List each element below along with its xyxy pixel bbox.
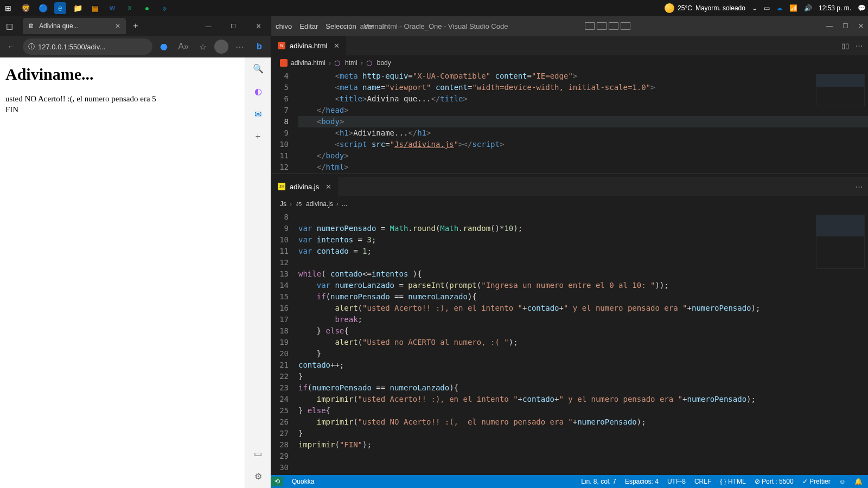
word-icon[interactable]: W: [106, 2, 118, 14]
chrome-icon[interactable]: 🔵: [37, 2, 49, 14]
browser-titlebar: ▥ 🗎 Adivina que... ✕ + — ☐ ✕: [0, 16, 271, 36]
indent-status[interactable]: Espacios: 4: [625, 478, 659, 485]
menu-icon[interactable]: ⋯: [232, 38, 248, 55]
editor-tab-html[interactable]: 5 adivina.html ✕: [271, 36, 347, 55]
taskbar-tray: 25°C Mayorm. soleado ⌄ ▭ ☁ 📶 🔊 12:53 p. …: [665, 3, 866, 13]
explorer-icon[interactable]: 📁: [72, 2, 84, 14]
panel-icon[interactable]: ▭: [252, 447, 265, 460]
start-icon[interactable]: ⊞: [2, 2, 14, 14]
weather-desc: Mayorm. soleado: [695, 4, 745, 12]
bell-icon[interactable]: 🔔: [854, 478, 863, 485]
encoding-status[interactable]: UTF-8: [667, 478, 686, 485]
clock[interactable]: 12:53 p. m.: [819, 4, 851, 12]
editor-tabbar-2: JS adivina.js ✕ ⋯: [271, 177, 868, 196]
page-text-1: usted NO Acerto!! :(, el numero pensado …: [5, 93, 239, 104]
wifi-icon[interactable]: 📶: [789, 4, 797, 12]
spotify-icon[interactable]: ●: [141, 2, 153, 14]
minimize-button[interactable]: —: [826, 22, 833, 30]
url-input[interactable]: ⓘ 127.0.0.1:5500/adiv...: [23, 38, 152, 55]
vertical-tabs-icon[interactable]: ▥: [0, 18, 18, 34]
close-icon[interactable]: ✕: [115, 22, 120, 30]
page-heading: Adiviname...: [5, 65, 239, 84]
back-button[interactable]: ←: [3, 38, 20, 55]
breadcrumb-1[interactable]: adivina.html › ⬡ html › ⬡ body: [271, 55, 868, 70]
edge-browser-window: ▥ 🗎 Adivina que... ✕ + — ☐ ✕ ← ⓘ 127.0.0…: [0, 16, 271, 488]
outlook-icon[interactable]: ✉: [252, 107, 265, 120]
weather-widget[interactable]: 25°C Mayorm. soleado: [665, 3, 745, 13]
close-icon[interactable]: ✕: [326, 183, 331, 191]
page-text-2: FIN: [5, 104, 239, 115]
bing-icon[interactable]: b: [251, 38, 267, 55]
liveserver-status[interactable]: ⊘ Port : 5500: [755, 478, 794, 485]
menu-item[interactable]: Editar: [299, 22, 318, 30]
plus-icon[interactable]: +: [252, 130, 265, 143]
js-icon: JS: [278, 183, 285, 190]
tab-title: Adivina que...: [39, 22, 79, 30]
page-content: Adiviname... usted NO Acerto!! :(, el nu…: [0, 57, 245, 488]
sublime-icon[interactable]: ▤: [89, 2, 101, 14]
element-icon: ⬡: [334, 59, 342, 67]
notifications-icon[interactable]: 💬: [858, 4, 866, 12]
split-icon[interactable]: ▯▯: [841, 42, 849, 50]
maximize-button[interactable]: ☐: [843, 22, 848, 30]
maximize-button[interactable]: ☐: [221, 16, 246, 36]
sun-icon: [665, 3, 674, 13]
vscode-icon[interactable]: ⟐: [158, 2, 170, 14]
editor-tabbar-1: 5 adivina.html ✕ ▯▯ ⋯: [271, 36, 868, 55]
quokka-status[interactable]: Quokka: [292, 478, 314, 485]
more-icon[interactable]: ⋯: [856, 183, 863, 191]
prettier-status[interactable]: ✓ Prettier: [802, 478, 831, 485]
feedback-icon[interactable]: ☺: [839, 478, 846, 485]
new-tab-button[interactable]: +: [128, 18, 143, 34]
close-button[interactable]: ✕: [246, 16, 271, 36]
minimize-button[interactable]: —: [196, 16, 221, 36]
weather-temp: 25°C: [678, 4, 692, 12]
browser-tab[interactable]: 🗎 Adivina que... ✕: [23, 18, 126, 34]
minimap[interactable]: [816, 215, 865, 269]
close-icon[interactable]: ✕: [334, 42, 340, 50]
chevron-icon[interactable]: ⌄: [752, 4, 757, 12]
profile-avatar[interactable]: [214, 40, 228, 54]
tab-label: adivina.js: [290, 183, 319, 191]
more-icon[interactable]: ⋯: [856, 42, 863, 50]
info-icon: ⓘ: [28, 42, 35, 52]
read-aloud-icon[interactable]: A»: [175, 38, 192, 55]
close-button[interactable]: ✕: [858, 22, 864, 30]
menu-item[interactable]: Selección: [326, 22, 356, 30]
layout-icons[interactable]: [585, 22, 630, 30]
menu-item[interactable]: chivo: [276, 22, 292, 30]
page-icon: 🗎: [28, 22, 35, 30]
address-bar: ← ⓘ 127.0.0.1:5500/adiv... ⬣ A» ☆ ⋯ b: [0, 36, 271, 57]
vscode-title: adivina.html - Oracle_One - Visual Studi…: [360, 22, 508, 30]
excel-icon[interactable]: X: [124, 2, 136, 14]
js-icon: JS: [295, 200, 303, 208]
editor-tab-js[interactable]: JS adivina.js ✕: [271, 177, 339, 196]
tag-icon[interactable]: ⬣: [156, 38, 172, 55]
tray-icon[interactable]: ▭: [764, 4, 770, 12]
remote-icon[interactable]: ⟲: [271, 477, 283, 486]
editor-pane-html[interactable]: 456789101112 <meta http-equiv="X-UA-Comp…: [271, 70, 868, 174]
html-icon: [280, 59, 288, 67]
minimap[interactable]: [816, 74, 865, 106]
search-icon[interactable]: 🔍: [252, 62, 265, 75]
taskbar-apps: ⊞ 🦁 🔵 e 📁 ▤ W X ● ⟐: [2, 2, 170, 14]
vscode-window: chivoEditarSelecciónVerIr··· adivina.htm…: [271, 16, 868, 488]
edge-icon[interactable]: e: [54, 2, 66, 14]
breadcrumb-2[interactable]: Js › JS adivina.js › ...: [271, 196, 868, 211]
html-icon: 5: [278, 42, 285, 49]
vscode-titlebar: chivoEditarSelecciónVerIr··· adivina.htm…: [271, 16, 868, 36]
language-status[interactable]: { } HTML: [720, 478, 745, 485]
windows-taskbar: ⊞ 🦁 🔵 e 📁 ▤ W X ● ⟐ 25°C Mayorm. soleado…: [0, 0, 868, 16]
settings-icon[interactable]: ⚙: [252, 470, 265, 483]
cursor-position[interactable]: Lin. 8, col. 7: [581, 478, 616, 485]
favorite-icon[interactable]: ☆: [195, 38, 211, 55]
volume-icon[interactable]: 🔊: [804, 4, 812, 12]
discover-icon[interactable]: ◐: [252, 85, 265, 98]
element-icon: ⬡: [366, 59, 374, 67]
url-text: 127.0.0.1:5500/adiv...: [38, 43, 105, 51]
editor-pane-js[interactable]: 8910111213141516171819202122232425262728…: [271, 211, 868, 475]
tab-label: adivina.html: [290, 42, 327, 50]
eol-status[interactable]: CRLF: [694, 478, 711, 485]
brave-icon[interactable]: 🦁: [20, 2, 31, 14]
onedrive-icon[interactable]: ☁: [776, 4, 783, 12]
